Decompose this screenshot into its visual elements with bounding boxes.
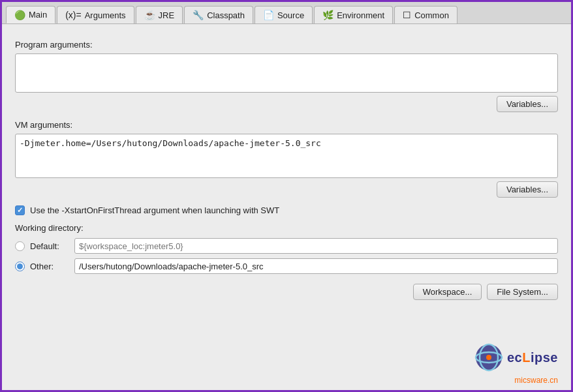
vm-args-input[interactable]: -Djmeter.home=/Users/hutong/Downloads/ap… — [15, 134, 558, 178]
classpath-icon: 🔧 — [193, 10, 204, 20]
tab-source-label: Source — [277, 10, 304, 20]
arguments-icon: (x)= — [65, 10, 82, 20]
environment-icon: 🌿 — [322, 10, 333, 20]
eclipse-logo-icon — [474, 343, 503, 372]
other-radio-label: Other: — [30, 262, 69, 271]
program-args-input[interactable] — [15, 53, 558, 93]
default-radio-row: Default: — [15, 238, 558, 254]
tab-common-label: Common — [414, 10, 449, 20]
xstart-label: Use the -XstartOnFirstThread argument wh… — [30, 205, 279, 215]
tab-source[interactable]: 📄 Source — [255, 6, 313, 23]
xstart-checkbox[interactable] — [15, 205, 25, 215]
working-dir-label: Working directory: — [15, 223, 558, 233]
jre-icon: ☕ — [144, 10, 155, 20]
common-icon: ☐ — [403, 10, 411, 20]
content-area: Program arguments: Variables... VM argum… — [2, 24, 571, 390]
program-args-label: Program arguments: — [15, 40, 558, 50]
tab-classpath-label: Classpath — [207, 10, 245, 20]
source-icon: 📄 — [263, 10, 274, 20]
vm-args-variables-button[interactable]: Variables... — [497, 181, 558, 198]
main-icon: 🟢 — [14, 10, 25, 20]
default-radio-label: Default: — [30, 241, 69, 251]
svg-point-3 — [486, 355, 491, 360]
eclipse-logo-overlay: ecLipse — [474, 343, 558, 372]
tab-classpath[interactable]: 🔧 Classpath — [184, 6, 253, 23]
default-path-input[interactable] — [74, 238, 558, 254]
tab-main-label: Main — [29, 10, 47, 20]
micsware-label: micsware.cn — [514, 376, 558, 385]
checkbox-row[interactable]: Use the -XstartOnFirstThread argument wh… — [15, 205, 558, 215]
bottom-buttons: Workspace... File System... — [15, 284, 558, 300]
eclipse-brand-text: ecLipse — [507, 350, 558, 365]
other-path-input[interactable] — [74, 258, 558, 274]
tab-common[interactable]: ☐ Common — [394, 6, 457, 23]
tab-main[interactable]: 🟢 Main — [6, 6, 55, 23]
tab-environment[interactable]: 🌿 Environment — [314, 6, 393, 23]
other-radio-row: Other: — [15, 258, 558, 274]
vm-args-label: VM arguments: — [15, 120, 558, 130]
program-args-variables-button[interactable]: Variables... — [497, 96, 558, 112]
workspace-button[interactable]: Workspace... — [413, 284, 482, 300]
tab-environment-label: Environment — [337, 10, 384, 20]
filesystem-button[interactable]: File System... — [487, 284, 558, 300]
tab-bar: 🟢 Main (x)= Arguments ☕ JRE 🔧 Classpath … — [2, 2, 571, 24]
tab-arguments[interactable]: (x)= Arguments — [57, 6, 134, 23]
tab-arguments-label: Arguments — [85, 10, 126, 20]
default-radio[interactable] — [15, 241, 25, 251]
tab-jre-label: JRE — [159, 10, 175, 20]
other-radio[interactable] — [15, 262, 25, 271]
tab-jre[interactable]: ☕ JRE — [136, 6, 183, 23]
